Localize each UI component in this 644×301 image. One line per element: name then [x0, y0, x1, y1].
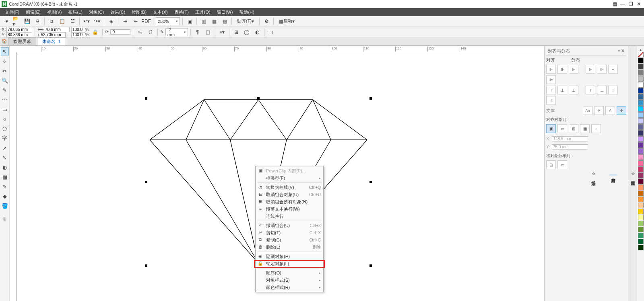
dist-center-v-button[interactable]: ⊥ — [597, 86, 607, 94]
polygon-tool[interactable]: ⬠ — [1, 125, 9, 133]
align-to-page-edge[interactable]: ▭ — [557, 124, 567, 133]
redo-button[interactable]: ↷▾ — [93, 17, 101, 25]
swatch-5[interactable] — [638, 88, 644, 94]
ruler-vertical[interactable] — [10, 52, 17, 301]
handle-w[interactable] — [145, 181, 147, 183]
handle-sw[interactable] — [145, 264, 147, 267]
paste-button[interactable]: 📋 — [58, 17, 66, 25]
swatch-16[interactable] — [638, 154, 644, 160]
align-to-point[interactable]: ▫ — [591, 124, 601, 133]
scale-y-input[interactable] — [71, 32, 85, 37]
pdf-button[interactable]: PDF — [142, 17, 151, 25]
save-button[interactable]: 💾 — [23, 17, 31, 25]
swatch-8[interactable] — [638, 106, 644, 112]
menu-layout[interactable]: 布局(L) — [65, 8, 85, 16]
scale-x-input[interactable] — [71, 27, 85, 32]
swatch-0[interactable] — [638, 58, 644, 63]
width-input[interactable] — [44, 27, 70, 32]
pick-tool[interactable]: ↖ — [1, 47, 9, 55]
align-left-button[interactable]: ⊩ — [546, 65, 556, 74]
mirror-h-button[interactable]: ⇋ — [136, 28, 144, 36]
menu-file[interactable]: 文件(F) — [2, 8, 23, 16]
swatch-31[interactable] — [638, 245, 644, 250]
cm-tocurve[interactable]: ◔转换为曲线(V)Ctrl+Q — [256, 184, 323, 191]
swatch-3[interactable] — [638, 76, 644, 82]
trim-button[interactable]: ◐ — [253, 28, 262, 36]
align-bottom-button[interactable]: ⊥ — [569, 86, 578, 94]
powerclip-button[interactable]: ◫ — [204, 28, 213, 36]
text-align-4[interactable]: ✚ — [617, 106, 626, 115]
swatch-10[interactable] — [638, 118, 644, 124]
dist-bottom-button[interactable]: ⊥ — [546, 96, 556, 105]
swatch-19[interactable] — [638, 172, 644, 178]
cm-cut[interactable]: ✂剪切(T)Ctrl+X — [256, 229, 323, 236]
cm-delete[interactable]: 🗑删除(L)删除 — [256, 244, 323, 251]
snap-dropdown[interactable]: 贴齐(T) ▾ — [234, 17, 257, 25]
dist-space-h-button[interactable]: ↔ — [608, 65, 618, 74]
swatch-15[interactable] — [638, 148, 644, 154]
menu-bitmaps[interactable]: 位图(B) — [128, 8, 150, 16]
cm-objstyle[interactable]: 对象样式(S)▸ — [256, 276, 323, 284]
swatch-14[interactable] — [638, 142, 644, 148]
close-button[interactable]: ✕ — [635, 1, 642, 7]
align-button[interactable]: ≡▾ — [218, 28, 227, 36]
menu-edit[interactable]: 编辑(E) — [23, 8, 44, 16]
artistic-media-tool[interactable]: 〰 — [1, 96, 9, 104]
swatch-none[interactable] — [638, 52, 644, 57]
dist-left-button[interactable]: ⊩ — [586, 65, 595, 74]
swatch-2[interactable] — [638, 70, 644, 76]
cm-undogroup[interactable]: ↶撤消组合(U)Ctrl+Z — [256, 222, 323, 229]
cm-ungroup[interactable]: ⊟取消组合对象(U)Ctrl+U — [256, 191, 323, 198]
lock-ratio-button[interactable]: 🔒 — [91, 28, 100, 36]
swatch-1[interactable] — [638, 64, 644, 70]
weld-button[interactable]: ◯ — [242, 28, 251, 36]
grid-button[interactable]: ▦ — [210, 17, 219, 25]
dist-to-sel[interactable]: ⊟ — [546, 160, 556, 169]
swatch-23[interactable] — [638, 197, 644, 202]
parallel-dim-tool[interactable]: ↗ — [1, 144, 9, 152]
rulers-button[interactable]: ▥ — [199, 17, 208, 25]
handle-ne[interactable] — [369, 97, 372, 100]
cm-copy[interactable]: ⧉复制(C)Ctrl+C — [256, 236, 323, 244]
cm-wrap[interactable]: ≡段落文本换行(W) — [256, 205, 323, 213]
tab-document[interactable]: 未命名 -1 — [37, 37, 66, 45]
handle-e[interactable] — [369, 181, 372, 183]
dropshadow-tool[interactable]: ◐ — [1, 163, 9, 171]
new-button[interactable]: ▫▾ — [2, 17, 10, 25]
dist-right-button[interactable]: ⊫ — [546, 75, 556, 84]
handle-n[interactable] — [257, 97, 260, 100]
dist-space-v-button[interactable]: ↕ — [608, 86, 618, 94]
align-to-selected[interactable]: ▣ — [546, 124, 556, 133]
tab-welcome[interactable]: 欢迎屏幕 — [8, 37, 36, 45]
shape-tool[interactable]: ✧ — [1, 57, 9, 65]
expand-tool[interactable]: ⊕ — [1, 215, 9, 223]
note-icon[interactable]: ▤ — [611, 1, 618, 7]
align-right-button[interactable]: ⊫ — [569, 65, 578, 74]
ruler-horizontal[interactable]: 10 20 30 40 50 60 70 80 90 100 110 120 1… — [17, 46, 544, 52]
zoom-tool[interactable]: 🔍 — [1, 76, 9, 84]
docker-close-icon[interactable]: ▫ ✕ — [618, 48, 625, 54]
text-align-3[interactable]: A — [605, 106, 615, 115]
text-tool[interactable]: 字 — [1, 134, 9, 142]
options-button[interactable]: ⚙ — [262, 17, 271, 25]
import-button[interactable]: ⇥ — [121, 17, 130, 25]
export-button[interactable]: ⇤ — [131, 17, 140, 25]
menu-window[interactable]: 窗口(W) — [214, 8, 236, 16]
swatch-26[interactable] — [638, 215, 644, 220]
guides-button[interactable]: ▨ — [220, 17, 229, 25]
swatch-17[interactable] — [638, 160, 644, 166]
home-icon[interactable]: 🏠 — [2, 39, 7, 44]
eyedropper-tool[interactable]: ✎ — [1, 182, 9, 190]
cm-ungroupall[interactable]: ⊞取消组合所有对象(N) — [256, 198, 323, 205]
cm-hide[interactable]: ◉隐藏对象(H) — [256, 253, 323, 260]
group-button[interactable]: ⊞ — [232, 28, 241, 36]
interactive-fill-tool[interactable]: ◆ — [1, 192, 9, 200]
swatch-6[interactable] — [638, 94, 644, 100]
menu-effects[interactable]: 效果(C) — [107, 8, 128, 16]
swatch-30[interactable] — [638, 239, 644, 244]
align-center-h-button[interactable]: ⊪ — [557, 65, 567, 74]
swatch-29[interactable] — [638, 233, 644, 238]
text-align-2[interactable]: A — [594, 106, 604, 115]
palette-up-icon[interactable]: ▴ — [640, 47, 642, 52]
cm-frametype[interactable]: 框类型(F)▸ — [256, 174, 323, 182]
